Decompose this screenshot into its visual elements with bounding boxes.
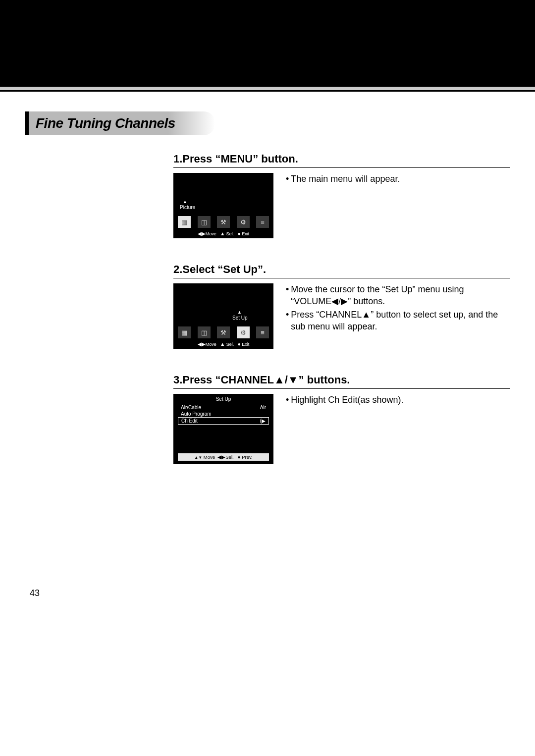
- page-number: 43: [30, 588, 510, 598]
- page-content: Fine Tuning Channels 1.Press “MENU” butt…: [0, 111, 535, 598]
- step-2-desc-line-2: Press “CHANNEL▲” button to select set up…: [291, 309, 510, 333]
- screen-1-hints: ◀▶Move ▲ Sel. ● Exit: [174, 231, 273, 236]
- osd-icon-other: ≡: [256, 216, 269, 228]
- osd-icon-setup: ⚙: [237, 326, 250, 338]
- section-heading-bar: [25, 111, 29, 135]
- osd-icon-picture: ▦: [178, 216, 191, 228]
- step-3-desc: •Highlight Ch Edit(as shown).: [286, 394, 403, 464]
- step-2-heading-block: 2.Select “Set Up”.: [173, 263, 510, 278]
- osd-icon-feature: ⚒: [217, 326, 230, 338]
- screen-1-label: Picture: [180, 205, 195, 210]
- step-3-rule: [173, 388, 510, 389]
- step-3-heading-block: 3.Press “CHANNEL▲/▼” buttons.: [173, 374, 510, 389]
- step-1-screen: ▲ Picture ▦ ◫ ⚒ ⚙ ≡ ◀▶Move ▲ Sel. ● Exit: [173, 173, 273, 238]
- setup-row-air-cable: Air/Cable Air: [178, 404, 269, 411]
- screen-2-hints: ◀▶Move ▲ Sel. ● Exit: [174, 341, 273, 347]
- screen-1-icons: ▦ ◫ ⚒ ⚙ ≡: [178, 216, 269, 228]
- header-black-band: [0, 0, 535, 87]
- step-2-title: 2.Select “Set Up”.: [173, 263, 510, 276]
- screen-2-label: Set Up: [232, 315, 248, 321]
- step-1-desc: •The main menu will appear.: [286, 173, 400, 238]
- step-1-title: 1.Press “MENU” button.: [173, 153, 510, 165]
- step-3-desc-line: Highlight Ch Edit(as shown).: [291, 394, 403, 406]
- section-heading-label: Fine Tuning Channels: [29, 111, 215, 135]
- step-2-desc-line-1: Move the cursor to the “Set Up” menu usi…: [291, 283, 510, 308]
- step-3-row: Set Up Air/Cable Air Auto Program Ch Edi…: [173, 394, 510, 464]
- screen-3-list: Air/Cable Air Auto Program Ch Edit (▶: [178, 404, 269, 425]
- step-1-rule: [173, 167, 510, 168]
- osd-icon-feature: ⚒: [217, 216, 230, 228]
- screen-3-title: Set Up: [174, 396, 273, 402]
- step-2-row: ▲ Set Up ▦ ◫ ⚒ ⚙ ≡ ◀▶Move ▲ Sel. ● Exit …: [173, 283, 510, 349]
- step-2-desc: •Move the cursor to the “Set Up” menu us…: [286, 283, 510, 349]
- step-3-title: 3.Press “CHANNEL▲/▼” buttons.: [173, 374, 510, 386]
- up-arrow-icon: ▲: [237, 310, 242, 315]
- up-arrow-icon: ▲: [183, 199, 187, 204]
- step-2-rule: [173, 278, 510, 278]
- osd-icon-sound: ◫: [198, 216, 211, 228]
- setup-row-ch-edit: Ch Edit (▶: [178, 417, 269, 425]
- step-1-heading-block: 1.Press “MENU” button.: [173, 153, 510, 168]
- osd-icon-picture: ▦: [178, 326, 191, 338]
- step-2-screen: ▲ Set Up ▦ ◫ ⚒ ⚙ ≡ ◀▶Move ▲ Sel. ● Exit: [173, 283, 273, 349]
- screen-3-hints: ▲▼ Move ◀▶Sel. ● Prev.: [178, 453, 269, 461]
- section-heading: Fine Tuning Channels: [25, 111, 510, 135]
- step-1-row: ▲ Picture ▦ ◫ ⚒ ⚙ ≡ ◀▶Move ▲ Sel. ● Exit…: [173, 173, 510, 238]
- step-1-desc-line: The main menu will appear.: [291, 173, 400, 185]
- step-3-screen: Set Up Air/Cable Air Auto Program Ch Edi…: [173, 394, 273, 464]
- screen-2-icons: ▦ ◫ ⚒ ⚙ ≡: [178, 326, 269, 338]
- osd-icon-other: ≡: [256, 326, 269, 338]
- osd-icon-sound: ◫: [198, 326, 211, 338]
- setup-row-auto-program: Auto Program: [178, 411, 269, 417]
- header-rule: [0, 87, 535, 92]
- osd-icon-setup: ⚙: [237, 216, 250, 228]
